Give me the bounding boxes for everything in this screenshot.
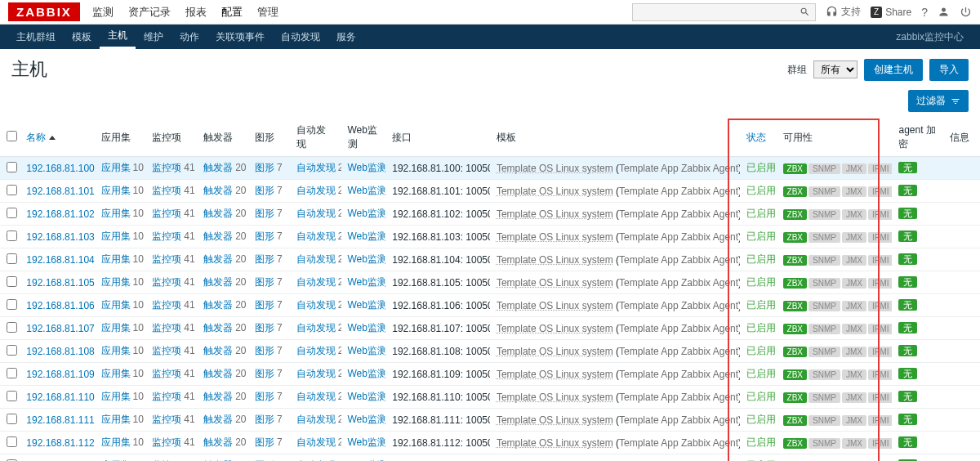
subnav-item[interactable]: 主机群组 (8, 25, 64, 49)
host-link[interactable]: 192.168.81.101 (26, 186, 94, 197)
graphs-link[interactable]: 图形 (255, 368, 274, 379)
row-checkbox[interactable] (7, 345, 17, 356)
graphs-link[interactable]: 图形 (255, 276, 274, 288)
status-link[interactable]: 已启用 (746, 276, 776, 288)
apps-link[interactable]: 应用集 (101, 368, 131, 379)
discovery-link[interactable]: 自动发现 (296, 230, 336, 242)
graphs-link[interactable]: 图形 (255, 230, 274, 242)
select-all-checkbox[interactable] (7, 131, 17, 141)
topnav-item[interactable]: 资产记录 (128, 5, 171, 20)
row-checkbox[interactable] (7, 299, 17, 310)
subnav-item[interactable]: 服务 (328, 25, 364, 49)
row-checkbox[interactable] (7, 162, 17, 172)
topnav-item[interactable]: 监测 (92, 5, 114, 20)
graphs-link[interactable]: 图形 (255, 391, 274, 402)
host-link[interactable]: 192.168.81.107 (26, 323, 94, 334)
host-link[interactable]: 192.168.81.100 (26, 163, 94, 174)
web-link[interactable]: Web监测 (348, 185, 386, 196)
apps-link[interactable]: 应用集 (101, 299, 131, 311)
items-link[interactable]: 监控项 (152, 414, 181, 425)
host-link[interactable]: 192.168.81.112 (26, 437, 94, 449)
col-status[interactable]: 状态 (740, 119, 777, 157)
triggers-link[interactable]: 触发器 (203, 299, 233, 311)
row-checkbox[interactable] (7, 253, 17, 264)
discovery-link[interactable]: 自动发现 (296, 185, 336, 196)
apps-link[interactable]: 应用集 (101, 345, 131, 356)
host-link[interactable]: 192.168.81.108 (26, 346, 94, 357)
items-link[interactable]: 监控项 (152, 230, 181, 242)
web-link[interactable]: Web监测 (348, 322, 386, 333)
subnav-item[interactable]: 关联项事件 (207, 25, 273, 49)
col-web[interactable]: Web监测 (341, 119, 386, 157)
discovery-link[interactable]: 自动发现 (296, 253, 336, 265)
status-link[interactable]: 已启用 (746, 345, 776, 356)
status-link[interactable]: 已启用 (746, 162, 776, 173)
items-link[interactable]: 监控项 (152, 276, 181, 288)
graphs-link[interactable]: 图形 (255, 162, 274, 173)
web-link[interactable]: Web监测 (348, 391, 386, 402)
graphs-link[interactable]: 图形 (255, 299, 274, 311)
apps-link[interactable]: 应用集 (101, 185, 131, 196)
discovery-link[interactable]: 自动发现 (296, 345, 336, 356)
graphs-link[interactable]: 图形 (255, 345, 274, 356)
status-link[interactable]: 已启用 (746, 230, 776, 242)
apps-link[interactable]: 应用集 (101, 162, 131, 173)
filter-button[interactable]: 过滤器 (908, 90, 969, 112)
subnav-item[interactable]: 维护 (136, 25, 172, 49)
col-availability[interactable]: 可用性 (777, 119, 893, 157)
triggers-link[interactable]: 触发器 (203, 208, 233, 219)
discovery-link[interactable]: 自动发现 (296, 436, 336, 448)
subnav-item[interactable]: 主机 (100, 25, 136, 49)
web-link[interactable]: Web监测 (348, 230, 386, 242)
web-link[interactable]: Web监测 (348, 253, 386, 265)
graphs-link[interactable]: 图形 (255, 322, 274, 333)
discovery-link[interactable]: 自动发现 (296, 322, 336, 333)
discovery-link[interactable]: 自动发现 (296, 391, 336, 402)
triggers-link[interactable]: 触发器 (203, 391, 233, 402)
host-link[interactable]: 192.168.81.111 (26, 414, 94, 426)
row-checkbox[interactable] (7, 230, 17, 241)
triggers-link[interactable]: 触发器 (203, 436, 233, 448)
triggers-link[interactable]: 触发器 (203, 368, 233, 379)
col-name[interactable]: 名称 (20, 119, 94, 157)
items-link[interactable]: 监控项 (152, 391, 181, 402)
user-icon[interactable] (938, 6, 950, 18)
items-link[interactable]: 监控项 (152, 345, 181, 356)
host-link[interactable]: 192.168.81.102 (26, 208, 94, 220)
host-link[interactable]: 192.168.81.104 (26, 254, 94, 266)
status-link[interactable]: 已启用 (746, 208, 776, 219)
subnav-item[interactable]: 动作 (172, 25, 207, 49)
col-graphs[interactable]: 图形 (248, 119, 290, 157)
status-link[interactable]: 已启用 (746, 185, 776, 196)
apps-link[interactable]: 应用集 (101, 322, 131, 333)
web-link[interactable]: Web监测 (348, 276, 386, 288)
status-link[interactable]: 已启用 (746, 414, 776, 425)
topnav-item[interactable]: 配置 (221, 5, 243, 20)
apps-link[interactable]: 应用集 (101, 276, 131, 288)
row-checkbox[interactable] (7, 322, 17, 333)
discovery-link[interactable]: 自动发现 (296, 162, 336, 173)
status-link[interactable]: 已启用 (746, 322, 776, 333)
items-link[interactable]: 监控项 (152, 299, 181, 311)
status-link[interactable]: 已启用 (746, 299, 776, 311)
apps-link[interactable]: 应用集 (101, 230, 131, 242)
create-host-button[interactable]: 创建主机 (864, 59, 923, 81)
row-checkbox[interactable] (7, 436, 17, 447)
support-link[interactable]: 支持 (826, 5, 861, 19)
col-templates[interactable]: 模板 (490, 119, 740, 157)
status-link[interactable]: 已启用 (746, 436, 776, 448)
share-link[interactable]: Z Share (871, 7, 911, 18)
items-link[interactable]: 监控项 (152, 208, 181, 219)
graphs-link[interactable]: 图形 (255, 414, 274, 425)
col-discovery[interactable]: 自动发现 (290, 119, 341, 157)
web-link[interactable]: Web监测 (348, 208, 386, 219)
web-link[interactable]: Web监测 (348, 162, 386, 173)
row-checkbox[interactable] (7, 414, 17, 424)
graphs-link[interactable]: 图形 (255, 253, 274, 265)
items-link[interactable]: 监控项 (152, 253, 181, 265)
triggers-link[interactable]: 触发器 (203, 185, 233, 196)
apps-link[interactable]: 应用集 (101, 436, 131, 448)
items-link[interactable]: 监控项 (152, 185, 181, 196)
topnav-item[interactable]: 管理 (257, 5, 278, 20)
row-checkbox[interactable] (7, 185, 17, 195)
